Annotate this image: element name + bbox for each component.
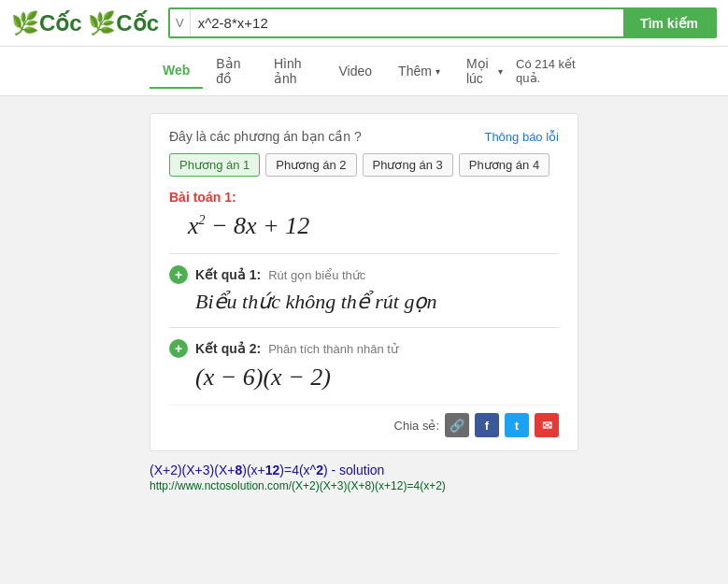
tab-phuong-an-4[interactable]: Phương án 4 (459, 153, 550, 177)
ket-qua-2-icon: + (169, 339, 188, 358)
share-facebook-button[interactable]: f (475, 413, 499, 437)
nav-item-hinhanh[interactable]: Hình ảnh (261, 47, 326, 95)
search-input[interactable] (191, 9, 623, 36)
nav-item-web[interactable]: Web (150, 53, 203, 89)
ket-qua-1-value: Biểu thức không thể rút gọn (195, 290, 559, 314)
nav-item-them[interactable]: Thêm ▾ (385, 54, 453, 88)
search-button[interactable]: Tìm kiếm (623, 9, 715, 36)
ket-qua-2-value: (x − 6)(x − 2) (195, 363, 559, 392)
card-title: Đây là các phương án bạn cần ? (169, 129, 362, 144)
tab-phuong-an-2[interactable]: Phương án 2 (265, 153, 356, 177)
result-url: http://www.nctosolution.com/(X+2)(X+3)(X… (150, 479, 578, 492)
share-label: Chia sẻ: (394, 419, 439, 433)
logo: 🌿Cốc 🌿Cốc (11, 10, 159, 36)
result-link[interactable]: (X+2)(X+3)(X+8)(x+12)=4(x^2) - solution (150, 463, 384, 477)
share-email-button[interactable]: ✉ (535, 413, 559, 437)
nav-item-bando[interactable]: Bản đồ (203, 47, 261, 95)
report-link[interactable]: Thông báo lỗi (484, 130, 559, 144)
nav-item-video[interactable]: Video (326, 54, 386, 88)
search-bar: V Tìm kiếm (168, 7, 717, 38)
nav-item-moiluc[interactable]: Mọi lúc ▾ (453, 47, 516, 95)
divider-2 (169, 327, 559, 328)
result-card: Đây là các phương án bạn cần ? Thông báo… (150, 113, 578, 451)
search-result-link: (X+2)(X+3)(X+8)(x+12)=4(x^2) - solution … (150, 463, 578, 492)
ket-qua-1-icon: + (169, 265, 188, 284)
header: 🌿Cốc 🌿Cốc V Tìm kiếm (0, 0, 728, 47)
logo-text: 🌿Cốc 🌿Cốc (11, 10, 159, 36)
ket-qua-2-sub: Phân tích thành nhân tử (268, 342, 398, 356)
bai-toan-label: Bài toán 1: (169, 190, 559, 205)
search-prefix: V (170, 9, 191, 36)
main-content: Đây là các phương án bạn cần ? Thông báo… (0, 96, 728, 502)
share-row: Chia sẻ: 🔗 f t ✉ (169, 405, 559, 437)
chevron-down-icon: ▾ (435, 66, 440, 77)
ket-qua-1-row: + Kết quả 1: Rút gọn biểu thức (169, 265, 559, 284)
share-link-button[interactable]: 🔗 (445, 413, 469, 437)
ket-qua-2-row: + Kết quả 2: Phân tích thành nhân tử (169, 339, 559, 358)
share-twitter-button[interactable]: t (505, 413, 529, 437)
divider-1 (169, 253, 559, 254)
math-expression: x2 − 8x + 12 (188, 212, 559, 240)
bai-toan-number: 1 (224, 190, 232, 205)
card-header: Đây là các phương án bạn cần ? Thông báo… (169, 129, 559, 144)
ket-qua-1-sub: Rút gọn biểu thức (268, 268, 365, 282)
nav-bar: Web Bản đồ Hình ảnh Video Thêm ▾ Mọi lúc… (0, 47, 728, 96)
ket-qua-1-label: Kết quả 1: (195, 267, 261, 282)
tab-phuong-an-3[interactable]: Phương án 3 (363, 153, 453, 177)
phuong-an-tabs: Phương án 1 Phương án 2 Phương án 3 Phươ… (169, 153, 559, 177)
result-count: Có 214 kết quả. (516, 48, 578, 94)
ket-qua-2-label: Kết quả 2: (195, 341, 261, 356)
chevron-down-icon: ▾ (498, 66, 503, 77)
tab-phuong-an-1[interactable]: Phương án 1 (169, 153, 260, 177)
